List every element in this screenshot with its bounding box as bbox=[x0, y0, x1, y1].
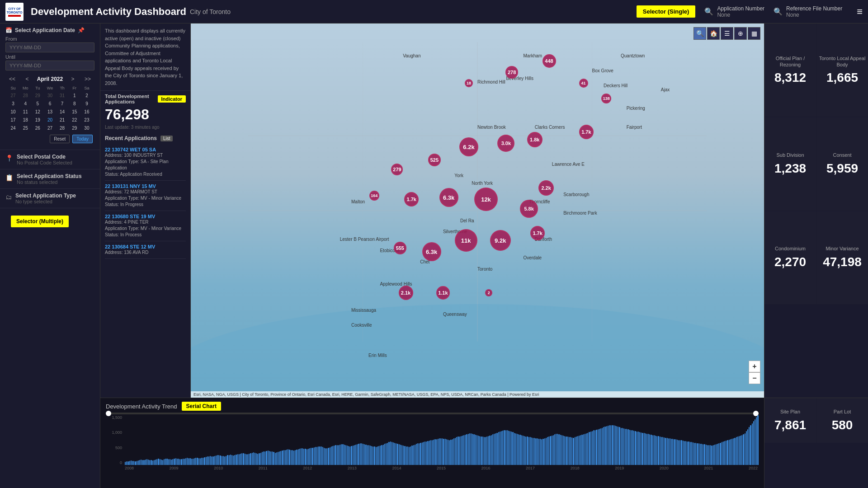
calendar-day[interactable]: 16 bbox=[81, 108, 93, 116]
cal-prev-button[interactable]: < bbox=[24, 75, 30, 83]
map-cluster[interactable]: 1.1k bbox=[436, 286, 450, 300]
calendar-day[interactable]: 23 bbox=[81, 116, 93, 124]
calendar-day[interactable]: 22 bbox=[69, 116, 80, 124]
calendar-day[interactable]: 6 bbox=[44, 100, 56, 108]
map-cluster[interactable]: 5.8k bbox=[520, 200, 538, 218]
calendar-day[interactable]: 27 bbox=[44, 124, 56, 132]
map-cluster[interactable]: 1.8k bbox=[527, 132, 542, 147]
map-cluster[interactable]: 12k bbox=[474, 188, 498, 211]
map-cluster[interactable]: 41 bbox=[579, 79, 588, 88]
postal-code-filter[interactable]: 📍 Select Postal Code No Postal Code Sele… bbox=[0, 150, 100, 169]
chart-type-button[interactable]: Serial Chart bbox=[182, 402, 221, 411]
reset-button[interactable]: Reset bbox=[50, 135, 70, 143]
chart-bar bbox=[711, 446, 712, 465]
map-cluster[interactable]: 6.2k bbox=[459, 137, 478, 156]
calendar-day[interactable]: 4 bbox=[19, 100, 31, 108]
from-date-input[interactable] bbox=[5, 42, 94, 52]
cal-next-next-button[interactable]: >> bbox=[83, 75, 93, 83]
calendar-day[interactable]: 1 bbox=[69, 92, 80, 99]
map-cluster[interactable]: 1.7k bbox=[404, 192, 419, 206]
type-filter[interactable]: 🗂 Select Application Type No type select… bbox=[0, 189, 100, 208]
list-item[interactable]: 22 130684 STE 12 MV Address: 136 AVA RD bbox=[105, 241, 186, 259]
map-search-button[interactable]: 🔍 bbox=[693, 27, 706, 40]
x-axis-label: 2014 bbox=[392, 466, 401, 470]
map-cluster[interactable]: 448 bbox=[542, 54, 556, 68]
calendar-day[interactable]: 5 bbox=[32, 100, 43, 108]
calendar-day[interactable]: 20 bbox=[44, 116, 56, 124]
calendar-day[interactable]: 21 bbox=[57, 116, 68, 124]
selector-multiple-button[interactable]: Selector (Multiple) bbox=[11, 216, 69, 227]
calendar-day[interactable]: 27 bbox=[7, 92, 19, 99]
calendar-day[interactable]: 8 bbox=[69, 100, 80, 108]
map-cluster[interactable]: 1.7k bbox=[530, 226, 545, 240]
calendar-day[interactable]: 9 bbox=[81, 100, 93, 108]
chart-bar bbox=[260, 453, 261, 465]
cal-prev-prev-button[interactable]: << bbox=[7, 75, 17, 83]
map-cluster[interactable]: 2.2k bbox=[538, 180, 554, 196]
map-cluster[interactable]: 278 bbox=[505, 66, 518, 79]
calendar-day[interactable]: 25 bbox=[19, 124, 31, 132]
calendar-day[interactable]: 15 bbox=[69, 108, 80, 116]
map-grid-button[interactable]: ▦ bbox=[748, 27, 760, 40]
calendar-day[interactable]: 13 bbox=[44, 108, 56, 116]
cal-next-button[interactable]: > bbox=[70, 75, 76, 83]
map-cluster[interactable]: 1.7k bbox=[579, 125, 594, 139]
calendar-day[interactable]: 12 bbox=[32, 108, 43, 116]
map-cluster[interactable]: 18 bbox=[465, 79, 473, 87]
hamburger-menu[interactable]: ≡ bbox=[857, 6, 863, 18]
map-home-button[interactable]: 🏠 bbox=[707, 27, 720, 40]
list-item[interactable]: 22 130131 NNY 15 MV Address: 72 MARMOT S… bbox=[105, 181, 186, 211]
calendar-day[interactable]: 29 bbox=[32, 92, 43, 99]
map-list-button[interactable]: ☰ bbox=[721, 27, 733, 40]
calendar-day[interactable]: 3 bbox=[7, 100, 19, 108]
map-cluster[interactable]: 3.0k bbox=[497, 135, 514, 152]
calendar-day[interactable]: 30 bbox=[81, 124, 93, 132]
chart-bar bbox=[585, 434, 585, 465]
today-button[interactable]: Today bbox=[72, 135, 93, 143]
status-filter[interactable]: 📋 Select Application Status No status se… bbox=[0, 169, 100, 189]
chart-slider[interactable] bbox=[106, 413, 759, 414]
calendar-day[interactable]: 14 bbox=[57, 108, 68, 116]
calendar-day[interactable]: 28 bbox=[19, 92, 31, 99]
until-date-row: Until bbox=[5, 54, 94, 70]
map-cluster[interactable]: 9.2k bbox=[490, 230, 511, 251]
calendar-day[interactable]: 28 bbox=[57, 124, 68, 132]
calendar-day[interactable]: 31 bbox=[57, 92, 68, 99]
chart-bar bbox=[746, 431, 747, 465]
map-cluster[interactable]: 555 bbox=[394, 242, 406, 254]
list-item[interactable]: 22 130680 STE 19 MV Address: 4 PINE TER … bbox=[105, 211, 186, 241]
map-cluster[interactable]: 6.3k bbox=[422, 242, 441, 261]
calendar-day[interactable]: 30 bbox=[44, 92, 56, 99]
until-date-input[interactable] bbox=[5, 61, 94, 70]
selector-single-button[interactable]: Selector (Single) bbox=[637, 5, 696, 18]
zoom-in-button[interactable]: + bbox=[749, 361, 760, 372]
calendar-day[interactable]: 29 bbox=[69, 124, 80, 132]
y-axis-label: 0 bbox=[106, 460, 122, 465]
map-layers-button[interactable]: ⊕ bbox=[734, 27, 747, 40]
calendar-day[interactable]: 17 bbox=[7, 116, 19, 124]
map-cluster[interactable]: 2.1k bbox=[399, 286, 413, 300]
calendar-day[interactable]: 24 bbox=[7, 124, 19, 132]
calendar-day[interactable]: 10 bbox=[7, 108, 19, 116]
map-cluster[interactable]: 525 bbox=[428, 154, 441, 166]
zoom-out-button[interactable]: − bbox=[749, 372, 760, 384]
chart-bar bbox=[332, 446, 333, 465]
calendar-day[interactable]: 2 bbox=[81, 92, 93, 99]
calendar: << < April 2022 > >> SuMoTuWeThFrSa27282… bbox=[5, 72, 94, 146]
map-cluster[interactable]: 164 bbox=[369, 191, 379, 201]
map-cluster[interactable]: 279 bbox=[391, 164, 403, 175]
calendar-day[interactable]: 7 bbox=[57, 100, 68, 108]
calendar-day[interactable]: 26 bbox=[32, 124, 43, 132]
calendar-day[interactable]: 11 bbox=[19, 108, 31, 116]
chart-bar bbox=[727, 440, 728, 465]
map-cluster[interactable]: 11k bbox=[455, 229, 477, 252]
clusters-container[interactable]: 27818448411381.7k1.8k3.0k6.2k2795251.7k6… bbox=[191, 23, 764, 398]
calendar-day[interactable]: 19 bbox=[32, 116, 43, 124]
calendar-day[interactable]: 18 bbox=[19, 116, 31, 124]
map-area[interactable]: VaughanMarkhamRichmond HillMississaugaEt… bbox=[191, 23, 764, 398]
map-cluster[interactable]: 6.3k bbox=[439, 188, 458, 207]
map-cluster[interactable]: 2 bbox=[485, 289, 492, 296]
map-cluster[interactable]: 138 bbox=[601, 94, 611, 103]
list-item[interactable]: 22 130742 WET 05 SA Address: 100 INDUSTR… bbox=[105, 144, 186, 181]
chart-bar bbox=[417, 443, 418, 465]
